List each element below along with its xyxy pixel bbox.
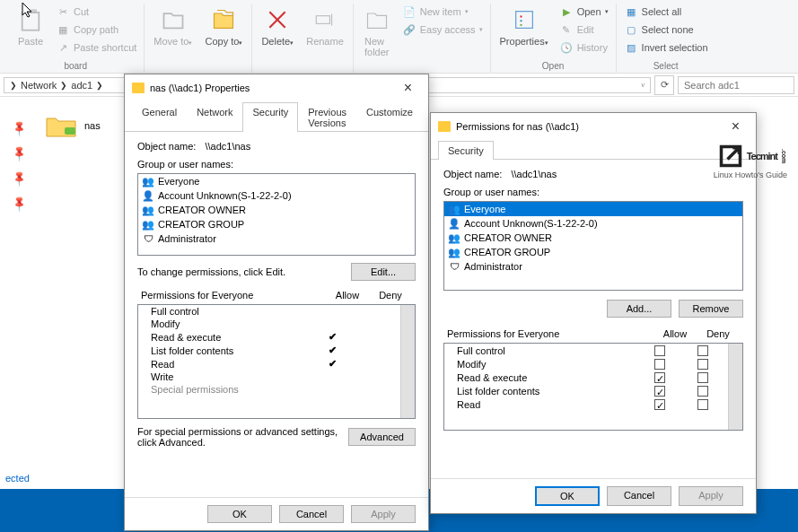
allow-checkbox[interactable] [654,345,665,356]
chevron-right-icon: ❯ [60,81,67,90]
share-item-label: nas [84,120,101,131]
copy-to-button[interactable]: Copy to▾ [201,4,246,48]
change-hint: To change permissions, click Edit. [137,266,351,277]
move-to-icon [159,5,188,34]
list-item: 👥Everyone [138,174,415,188]
edit-button[interactable]: ✎Edit [557,22,610,38]
search-input[interactable] [678,76,794,94]
perm-row: Write [138,371,400,383]
users-listbox[interactable]: 👥Everyone 👤Account Unknown(S-1-22-2-0) 👥… [443,201,743,291]
pin-icon[interactable]: 📌 [10,170,29,188]
dialog-title: Permissions for nas (\\adc1) [456,121,579,132]
close-button[interactable]: × [724,118,747,135]
unknown-user-icon: 👤 [448,217,460,230]
copy-path-icon: ▦ [56,22,70,37]
refresh-button[interactable]: ⟳ [654,75,674,95]
list-item: 👤Account Unknown(S-1-22-2-0) [444,216,742,231]
invert-selection-button[interactable]: ▨Invert selection [622,39,710,56]
breadcrumb-network[interactable]: Network [21,80,57,91]
deny-checkbox[interactable] [697,359,708,370]
ok-button[interactable]: OK [535,486,600,506]
deny-checkbox[interactable] [697,399,708,410]
cancel-button[interactable]: Cancel [607,486,671,506]
status-bar: ected [0,471,35,485]
advanced-button[interactable]: Advanced [348,428,416,446]
new-item-button[interactable]: 📄New item ▾ [400,4,485,20]
allow-checkbox[interactable] [654,359,665,370]
perm-row: List folder contents✓ [444,384,728,397]
permissions-view: Full control Modify Read & execute✔ List… [137,304,416,419]
deny-checkbox[interactable] [697,372,708,383]
cursor-icon [22,2,36,18]
cut-button[interactable]: ✂Cut [54,4,138,20]
close-button[interactable]: × [397,80,419,96]
deny-checkbox[interactable] [697,386,708,397]
add-user-button[interactable]: Add... [607,300,671,318]
paste-shortcut-button[interactable]: ↗Paste shortcut [54,39,138,56]
breadcrumb-host[interactable]: adc1 [71,80,92,91]
scrollbar[interactable] [728,344,742,430]
perm-row: Read & execute✔ [138,330,400,344]
group-icon: 👥 [142,175,154,188]
list-item: 👥CREATOR OWNER [444,231,742,245]
select-none-button[interactable]: ▢Select none [622,22,710,38]
apply-button[interactable]: Apply [351,505,416,523]
perm-row: Read✔ [138,357,400,371]
apply-button[interactable]: Apply [679,486,743,506]
open-button[interactable]: ▶Open ▾ [557,4,610,20]
watermark-sub: Linux Howto's Guide [714,170,787,179]
object-name-value: \\adc1\nas [205,141,250,152]
tab-security[interactable]: Security [242,102,298,132]
tab-security[interactable]: Security [438,141,494,160]
delete-button[interactable]: Delete▾ [258,4,297,48]
rename-button[interactable]: Rename [303,4,347,48]
share-item-nas[interactable]: nas [45,111,101,140]
scrollbar[interactable] [400,305,415,418]
group-icon: 👥 [142,218,154,231]
pin-icon[interactable]: 📌 [10,144,29,163]
chevron-down-icon[interactable]: v [642,82,645,88]
allow-checkbox[interactable]: ✓ [654,386,665,397]
tab-general[interactable]: General [132,102,187,132]
group-icon: 👥 [448,203,460,215]
select-all-button[interactable]: ▦Select all [622,4,710,20]
history-button[interactable]: 🕓History [557,39,610,56]
copy-to-icon [209,5,238,34]
list-item: 👥CREATOR GROUP [138,217,415,231]
svg-point-6 [520,20,522,22]
perm-row: Full control [444,344,728,357]
ok-button[interactable]: OK [207,505,272,523]
edit-permissions-button[interactable]: Edit... [351,263,416,281]
tab-network[interactable]: Network [187,102,242,132]
users-listbox[interactable]: 👥Everyone 👤Account Unknown(S-1-22-2-0) 👥… [137,173,416,256]
checkmark-icon: ✔ [311,358,354,370]
remove-user-button[interactable]: Remove [679,300,743,318]
properties-button[interactable]: Properties▾ [496,4,552,48]
advanced-hint: For special permissions or advanced sett… [137,426,341,448]
pin-icon[interactable]: 📌 [10,119,29,138]
perm-row: List folder contents✔ [138,344,400,357]
perm-row: Modify [138,318,400,330]
group-label: board [64,61,87,73]
cancel-button[interactable]: Cancel [279,505,344,523]
delete-icon [263,5,292,34]
tab-previous-versions[interactable]: Previous Versions [298,102,356,132]
group-label: Select [653,61,679,73]
allow-checkbox[interactable]: ✓ [654,399,665,410]
move-to-button[interactable]: Move to▾ [150,4,196,48]
admin-icon: 🛡 [142,232,154,245]
deny-checkbox[interactable] [697,345,708,356]
list-item: 🛡Administrator [138,231,415,246]
edit-icon: ✎ [559,22,574,37]
new-folder-button[interactable]: Newfolder [359,4,395,59]
tab-customize[interactable]: Customize [356,102,423,132]
properties-dialog: nas (\\adc1) Properties × General Networ… [124,74,429,531]
folder-icon [132,83,145,93]
new-folder-icon [363,5,391,34]
pin-icon[interactable]: 📌 [10,195,29,214]
copy-path-button[interactable]: ▦Copy path [54,22,138,38]
allow-checkbox[interactable]: ✓ [654,372,665,383]
external-link-icon [718,144,743,169]
easy-access-button[interactable]: 🔗Easy access ▾ [400,22,485,38]
list-item: 🛡Administrator [444,259,742,274]
